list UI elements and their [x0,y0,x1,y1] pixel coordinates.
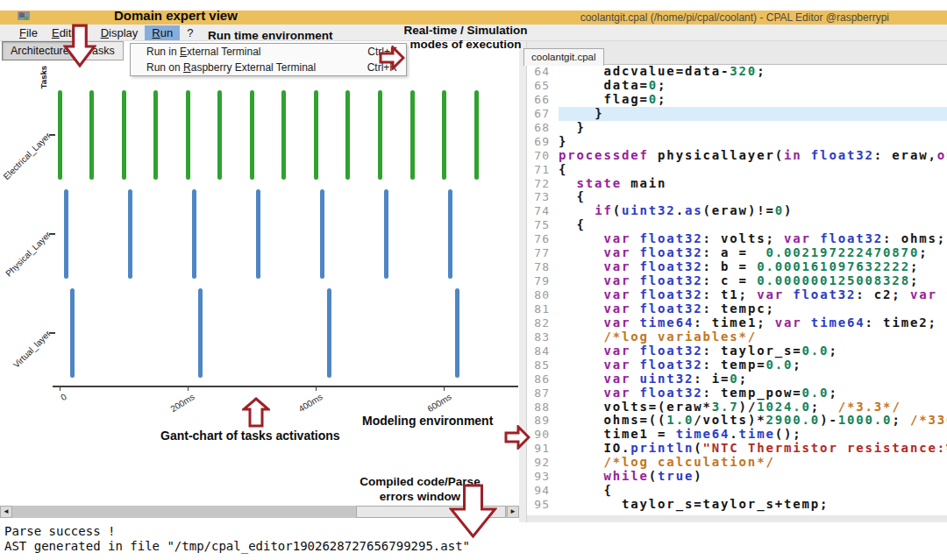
scroll-left-button[interactable]: ◄ [0,506,12,518]
row-label-electrical_layer: Electrical_Layer [0,131,54,208]
activation-bar-electrical_layer-50ms [89,90,94,180]
line-number: 80 [527,288,550,302]
activation-bar-electrical_layer-450ms [345,90,350,180]
activation-bar-physical_layer-610ms [448,189,452,279]
code-line-85: 85 var float32: temp=0.0; [527,358,947,372]
horizontal-scrollbar[interactable]: ◄ ► [0,506,519,518]
activation-bar-physical_layer-310ms [256,189,260,279]
scroll-right-button[interactable]: ► [507,506,519,518]
code-text: data=0; [550,79,666,93]
x-tick-label: 400ms [272,392,324,429]
activation-bar-virtual_layer-20ms [70,288,75,378]
code-line-69: 69} [527,135,947,149]
y-axis-title: Tasks [39,66,48,89]
activation-bar-virtual_layer-420ms [327,288,331,378]
code-text: var float32: b = 0.000161097632222; [550,260,919,274]
code-text: if(uint32.as(eraw)!=0) [550,204,793,218]
code-line-91: 91 IO.println("NTC Thermistor resistance… [527,442,947,456]
y-tick [49,233,55,235]
code-line-74: 74 if(uint32.as(eraw)!=0) [527,204,947,218]
code-line-92: 92 /*log calculation*/ [527,456,947,470]
x-axis [53,386,518,387]
code-text: volts=(eraw*3.7)/1024.0; /*3.3*/ [550,401,901,415]
activation-bar-electrical_layer-300ms [250,90,254,180]
run-menu-dropdown: Run in External TerminalCtrl+ERun on Ras… [130,43,407,76]
annotation-run-time-environment: Run time environment [208,29,333,42]
line-number: 95 [527,498,550,512]
code-line-73: 73 { [527,190,947,204]
activation-bar-electrical_layer-600ms [442,90,446,180]
code-line-75: 75 { [527,218,947,232]
code-line-82: 82 var time64: time1; var time64: time2; [527,316,947,330]
x-tick [188,386,189,391]
code-text: { [550,163,567,177]
code-text: } [550,121,586,135]
code-line-77: 77 var float32: a = 0.002197222470870; [527,246,947,260]
code-editor-pane: coolantgit.cpal 64 adcvalue=data-320;65 … [519,41,947,522]
code-line-93: 93 while(true) [527,470,947,484]
line-number: 86 [527,372,550,386]
line-number: 85 [527,358,550,372]
y-tick [49,332,55,334]
pane-divider[interactable] [519,41,527,522]
menu-item-run-on-raspberry-external-terminal[interactable]: Run on Raspberry External TerminalCtrl+R [131,60,406,75]
code-text: flag=0; [550,93,666,107]
activation-bar-electrical_layer-150ms [153,90,158,180]
activation-bar-electrical_layer-0ms [58,90,62,180]
line-number: 71 [527,163,550,177]
line-number: 79 [527,274,550,288]
code-text: var float32: temp_pow=0.0; [550,386,838,401]
line-number: 93 [527,470,550,484]
menu-display[interactable]: Display [94,25,146,40]
code-text: IO.println("NTC Thermistor resistance:%f… [550,442,947,456]
activation-bar-electrical_layer-550ms [410,90,415,180]
line-number: 87 [527,386,550,401]
annotation-arrow-up-gantt [242,397,270,428]
line-number: 83 [527,330,550,344]
annotation-gantt-caption: Gant-chart of tasks activations [160,429,340,443]
activation-bar-electrical_layer-500ms [378,90,382,180]
line-number: 75 [527,218,550,232]
line-number: 77 [527,246,550,260]
cpal-editor-window: { "window": { "title_left": "Domain expe… [0,0,947,560]
row-label-virtual_layer: Virtual_layer [0,329,54,406]
console-line: AST generated in file "/tmp/cpal_editor1… [4,539,947,554]
app-icon [18,11,30,22]
code-text: var float32: temp=0.0; [550,358,802,372]
line-number: 69 [527,135,550,149]
code-line-95: 95 taylor_s=taylor_s+temp; [527,498,947,512]
activation-bar-electrical_layer-650ms [474,90,479,180]
code-editor-text-area[interactable]: 64 adcvalue=data-320;65 data=0;66 flag=0… [527,65,947,515]
menu-item-run-in-external-terminal[interactable]: Run in External TerminalCtrl+E [131,44,406,60]
activation-bar-electrical_layer-350ms [281,90,286,180]
line-number: 74 [527,204,550,218]
code-text: while(true) [550,470,703,484]
code-line-67: 67 } [527,107,947,121]
code-text: var uint32: i=0; [550,372,748,386]
activation-bar-electrical_layer-100ms [122,90,126,180]
code-text: var float32: a = 0.002197222470870; [550,246,928,260]
annotation-arrow-right-modeling [504,425,530,450]
menu-file[interactable]: File [12,25,45,40]
menu-run[interactable]: Run [145,25,180,40]
editor-bottom-strip [527,515,947,522]
code-text: /*log variables*/ [550,330,757,344]
code-line-89: 89 ohms=((1.0/volts)*2900.0)-1000.0; /*3… [527,414,947,428]
line-number: 94 [527,484,550,498]
line-number: 92 [527,456,550,470]
code-line-83: 83 /*log variables*/ [527,330,947,344]
code-text: var float32: taylor_s=0.0; [550,344,838,358]
code-line-81: 81 var float32: tempc; [527,302,947,316]
activation-bar-physical_layer-510ms [384,189,388,279]
code-line-88: 88 volts=(eraw*3.7)/1024.0; /*3.3*/ [527,401,947,415]
code-line-72: 72 state main [527,177,947,191]
menu-?[interactable]: ? [180,25,200,40]
line-number: 84 [527,344,550,358]
code-line-90: 90 time1 = time64.time(); [527,428,947,442]
y-tick [49,134,55,136]
code-line-71: 71{ [527,163,947,177]
code-text: { [550,218,586,232]
line-number: 70 [527,149,550,163]
x-tick [316,386,317,391]
code-text: var float32: volts; var float32: ohms; v… [550,232,947,246]
